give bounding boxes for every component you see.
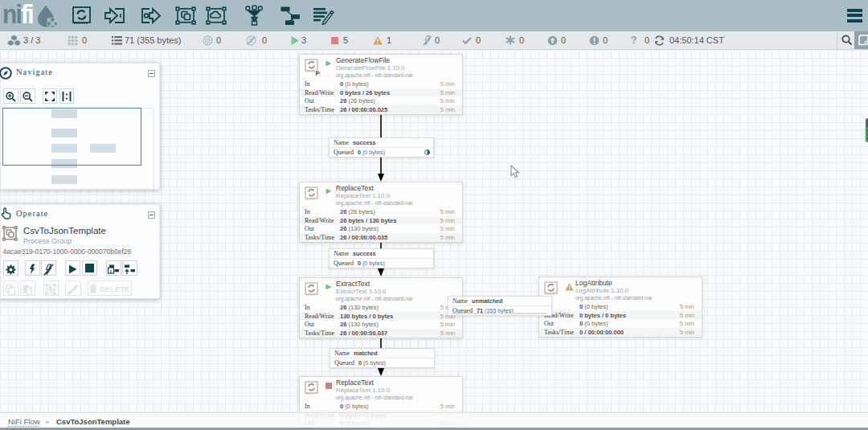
svg-text:P: P xyxy=(316,70,321,76)
